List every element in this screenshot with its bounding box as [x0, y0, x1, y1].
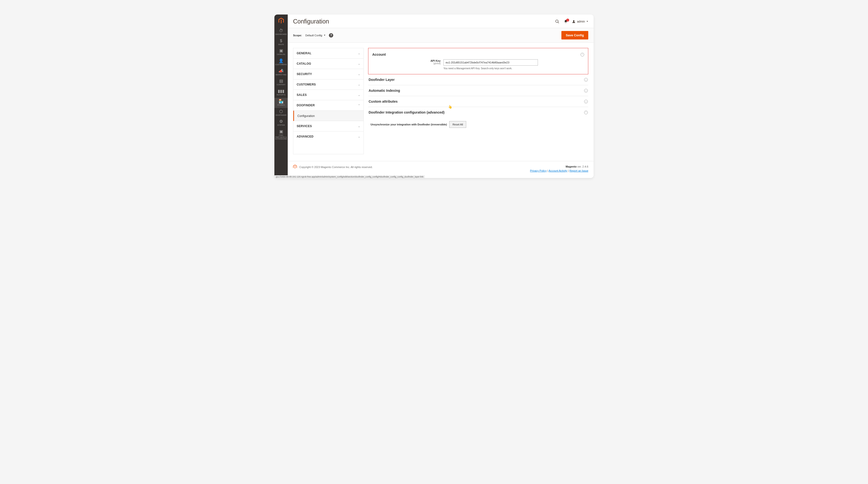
reset-all-button[interactable]: Reset All	[449, 121, 466, 128]
automatic-indexing-panel-toggle[interactable]: Automatic Indexing ⌄	[368, 85, 588, 96]
magento-logo[interactable]	[274, 14, 288, 27]
svg-point-2	[573, 20, 575, 22]
expand-down-icon: ⌄	[584, 78, 588, 82]
tree-section-label: CUSTOMERS	[297, 83, 316, 86]
main-panel: Configuration 1 admin ▼ Scope:	[288, 14, 594, 178]
page-header: Configuration 1 admin ▼	[288, 14, 594, 28]
config-content: GENERAL⌄ CATALOG⌄ SECURITY⌄ CUSTOMERS⌄ S…	[288, 43, 594, 161]
chevron-down-icon: ⌄	[358, 52, 360, 55]
tree-section-label: CATALOG	[297, 62, 311, 65]
search-icon[interactable]	[555, 20, 559, 24]
app-window: ⏱DASHBOARD $SALES ▣CATALOG 👤CUSTOMERS 📣M…	[274, 14, 594, 178]
advanced-integration-panel-body: Unsynchronize your integration with Doof…	[368, 118, 588, 131]
bars-icon: ▮▮▮	[278, 89, 284, 93]
tree-section-label: SECURITY	[297, 72, 312, 76]
save-config-button[interactable]: Save Config	[561, 31, 588, 39]
collapse-up-icon: ⌃	[584, 111, 588, 114]
advanced-integration-panel-toggle[interactable]: Doofinder Integration configuration (adv…	[368, 107, 588, 118]
notifications-icon[interactable]: 1	[564, 20, 568, 24]
grid-icon: ▣	[279, 130, 283, 134]
store-icon: 🏪	[279, 99, 284, 103]
tree-section-customers[interactable]: CUSTOMERS⌄	[293, 79, 364, 90]
chevron-down-icon: ⌄	[358, 93, 360, 97]
chevron-down-icon: ⌄	[358, 135, 360, 138]
admin-user-dropdown[interactable]: admin ▼	[572, 20, 588, 23]
tree-section-label: GENERAL	[297, 52, 311, 55]
sidebar-item-content[interactable]: ▤CONTENT	[274, 77, 288, 88]
header-actions: 1 admin ▼	[555, 20, 588, 24]
api-key-input[interactable]	[443, 59, 538, 66]
svg-point-0	[556, 20, 558, 23]
hexagon-icon: ⬡	[279, 109, 283, 114]
sidebar-item-marketing[interactable]: 📣MARKETING	[274, 68, 288, 78]
tree-section-sales[interactable]: SALES⌄	[293, 90, 364, 100]
custom-attributes-panel-toggle[interactable]: Custom attributes ⌄	[368, 96, 588, 107]
settings-panels: Account ⌃ API Key [global] You need a Ma…	[368, 48, 588, 154]
sidebar-item-label: SYSTEM	[277, 124, 285, 126]
expand-down-icon: ⌄	[584, 89, 588, 93]
tree-section-advanced[interactable]: ADVANCED⌄	[293, 131, 364, 142]
tree-section-label: DOOFINDER	[297, 104, 315, 107]
tree-section-general[interactable]: GENERAL⌄	[293, 48, 364, 59]
account-activity-link[interactable]: Account Activity	[549, 169, 567, 172]
chevron-down-icon: ⌄	[358, 62, 360, 65]
sidebar-item-customers[interactable]: 👤CUSTOMERS	[274, 57, 288, 68]
sidebar-item-label: DOOFINDER	[276, 114, 286, 116]
scope-label: Scope:	[293, 34, 302, 37]
tree-section-security[interactable]: SECURITY⌄	[293, 69, 364, 79]
sidebar-item-reports[interactable]: ▮▮▮REPORTS	[274, 88, 288, 98]
privacy-policy-link[interactable]: Privacy Policy	[530, 169, 547, 172]
page-title: Configuration	[293, 18, 329, 25]
megaphone-icon: 📣	[279, 69, 284, 73]
tree-subitem-label: Configuration	[298, 114, 315, 118]
doofinder-layer-panel-toggle[interactable]: Doofinder Layer ⌄	[368, 74, 588, 85]
tree-subitem-configuration[interactable]: Configuration	[293, 111, 364, 121]
svg-line-1	[558, 22, 559, 23]
sidebar-item-partners[interactable]: ▣FIND PARTNERS & EXTENSIONS	[274, 128, 288, 142]
account-panel-title[interactable]: Account	[372, 53, 386, 56]
magento-logo-icon	[293, 165, 297, 169]
panel-title: Custom attributes	[369, 99, 398, 103]
sidebar-item-label: MARKETING	[276, 74, 286, 76]
scope-selector[interactable]: Default Config ▼	[305, 34, 326, 37]
panel-title: Doofinder Integration configuration (adv…	[369, 110, 444, 114]
chevron-up-icon: ⌃	[358, 104, 360, 107]
sidebar-item-system[interactable]: ⚙SYSTEM	[274, 118, 288, 128]
sidebar-item-dashboard[interactable]: ⏱DASHBOARD	[274, 27, 288, 37]
sidebar-item-label: CONTENT	[277, 84, 285, 86]
chevron-down-icon: ⌄	[358, 83, 360, 86]
collapse-up-icon[interactable]: ⌃	[581, 53, 584, 56]
user-icon	[572, 20, 576, 23]
tree-section-doofinder[interactable]: DOOFINDER⌃	[293, 100, 364, 111]
box-icon: ▣	[279, 49, 283, 53]
sidebar-item-label: FIND PARTNERS & EXTENSIONS	[274, 134, 288, 140]
scope-bar: Scope: Default Config ▼ ? Save Config	[288, 28, 594, 43]
sidebar-item-sales[interactable]: $SALES	[274, 37, 288, 47]
sidebar-item-doofinder[interactable]: ⬡DOOFINDER	[274, 108, 288, 118]
scope-help-icon[interactable]: ?	[329, 33, 333, 37]
layout-icon: ▤	[279, 79, 283, 83]
api-key-label: API Key	[372, 59, 440, 62]
chevron-down-icon: ⌄	[358, 125, 360, 128]
sidebar-item-label: SALES	[278, 43, 284, 45]
api-key-scope: [global]	[372, 62, 440, 65]
chevron-down-icon: ▼	[323, 34, 326, 36]
notification-badge: 1	[566, 19, 569, 22]
panel-title: Automatic Indexing	[369, 89, 400, 93]
version-text: Magento ver. 2.4.6	[530, 165, 588, 169]
admin-username: admin	[577, 20, 585, 23]
sidebar-item-label: CATALOG	[277, 54, 285, 56]
tree-section-services[interactable]: SERVICES⌄	[293, 121, 364, 131]
gauge-icon: ⏱	[279, 29, 283, 33]
report-issue-link[interactable]: Report an Issue	[569, 169, 588, 172]
sidebar-item-stores[interactable]: 🏪STORES	[274, 98, 288, 108]
page-footer: Copyright © 2023 Magento Commerce Inc. A…	[288, 161, 594, 178]
tree-section-label: SERVICES	[297, 124, 312, 128]
sidebar-item-catalog[interactable]: ▣CATALOG	[274, 47, 288, 57]
tree-section-catalog[interactable]: CATALOG⌄	[293, 59, 364, 69]
gear-icon: ⚙	[279, 119, 283, 124]
dollar-icon: $	[280, 39, 282, 43]
copyright-text: Copyright © 2023 Magento Commerce Inc. A…	[299, 166, 373, 168]
config-tree: GENERAL⌄ CATALOG⌄ SECURITY⌄ CUSTOMERS⌄ S…	[293, 48, 364, 154]
sidebar-item-label: STORES	[277, 104, 285, 106]
